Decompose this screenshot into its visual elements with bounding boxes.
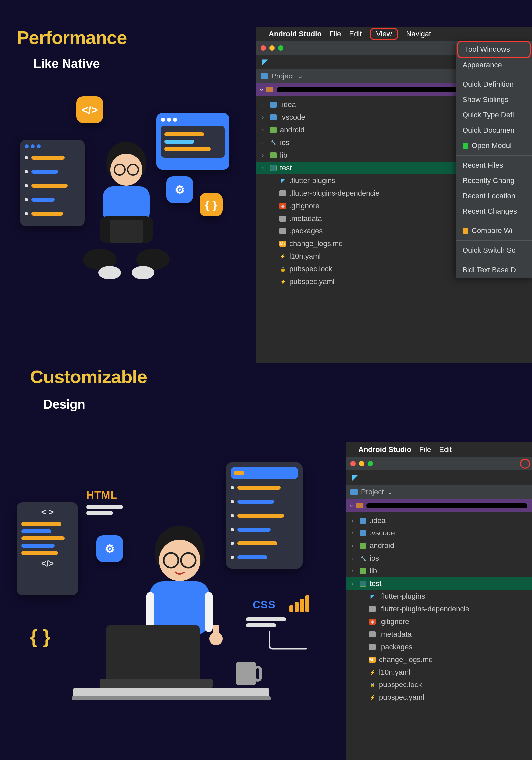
chevron-right-icon: › xyxy=(262,140,267,146)
window-titlebar xyxy=(346,457,532,470)
view-dropdown-menu: Tool WindowsAppearanceQuick DefinitionSh… xyxy=(456,41,532,278)
project-tool-header[interactable]: Project ⌄ xyxy=(346,485,532,499)
menu-item[interactable]: Recently Chang xyxy=(456,173,532,188)
braces-icon: { } xyxy=(30,625,50,648)
tree-item[interactable]: ›lib xyxy=(346,565,532,577)
svg-rect-23 xyxy=(213,625,219,639)
menubar-edit[interactable]: Edit xyxy=(439,445,452,454)
close-window-icon xyxy=(261,45,266,51)
tree-item-label: android xyxy=(280,126,304,134)
window-controls[interactable] xyxy=(261,45,283,51)
project-root-row[interactable]: › xyxy=(346,499,532,512)
green-square-icon xyxy=(463,143,468,149)
close-window-icon xyxy=(350,461,356,466)
tree-item-label: .gitignore xyxy=(379,617,409,626)
tree-item-label: .idea xyxy=(280,100,296,109)
tree-item[interactable]: ›.vscode xyxy=(346,527,532,539)
menubar-file[interactable]: File xyxy=(419,445,431,454)
tree-item[interactable]: .metadata xyxy=(346,628,532,641)
svg-rect-25 xyxy=(100,679,213,688)
menu-item-label: Compare Wi xyxy=(472,227,512,235)
folder-blue-icon xyxy=(360,518,366,524)
app-name: Android Studio xyxy=(269,30,322,38)
minimize-window-icon xyxy=(359,461,364,466)
tree-item[interactable]: ›🔧ios xyxy=(346,552,532,565)
svg-rect-11 xyxy=(289,605,293,612)
project-label: Project xyxy=(361,488,384,496)
maximize-window-icon xyxy=(278,45,283,51)
tree-item[interactable]: .packages xyxy=(346,641,532,653)
menu-item[interactable]: Open Modul xyxy=(456,138,532,153)
tree-item-label: pubspec.yaml xyxy=(289,277,334,286)
svg-rect-26 xyxy=(236,662,256,685)
yaml-icon: ⚡ xyxy=(369,694,376,700)
tree-item-label: ios xyxy=(280,138,289,147)
chevron-right-icon: › xyxy=(352,518,356,524)
menu-item[interactable]: Tool Windows xyxy=(457,41,531,58)
coder-illustration-2: < > </> HTML ⚙ CSS { } xyxy=(13,459,339,732)
menubar-edit[interactable]: Edit xyxy=(349,30,362,38)
tree-item[interactable]: ›android xyxy=(346,539,532,552)
tree-item-label: .metadata xyxy=(379,630,412,639)
folder-blue-icon xyxy=(360,530,366,536)
menu-item-label: Tool Windows xyxy=(465,45,510,54)
svg-rect-6 xyxy=(110,220,143,243)
tree-item[interactable]: ◤.flutter-plugins xyxy=(346,590,532,603)
tree-item[interactable]: ›.idea xyxy=(346,514,532,527)
yaml-icon: ⚡ xyxy=(279,279,286,285)
file-icon xyxy=(369,644,376,650)
menu-item[interactable]: Recent Files xyxy=(456,158,532,173)
menu-item-label: Quick Documen xyxy=(463,126,515,135)
android-studio-window: Android Studio File Edit View Navigat ◤ … xyxy=(256,27,532,363)
menu-item[interactable]: Quick Definition xyxy=(456,77,532,92)
tree-item[interactable]: ◆.gitignore xyxy=(346,615,532,628)
tree-item[interactable]: ⚡l10n.yaml xyxy=(346,666,532,679)
file-icon xyxy=(279,190,286,196)
folder-green-icon xyxy=(270,127,277,133)
tree-item[interactable]: .flutter-plugins-dependencie xyxy=(346,603,532,615)
tree-item[interactable]: ›test xyxy=(346,577,532,590)
chevron-down-icon: › xyxy=(258,89,265,91)
tree-item[interactable]: M↓change_logs.md xyxy=(346,653,532,666)
menu-item[interactable]: Recent Location xyxy=(456,188,532,204)
menu-item[interactable]: Appearance xyxy=(456,57,532,73)
menu-item-label: Quick Definition xyxy=(463,80,514,89)
svg-rect-21 xyxy=(205,592,213,632)
chevron-down-icon: ⌄ xyxy=(297,72,303,80)
menu-item[interactable]: Quick Documen xyxy=(456,123,532,138)
git-icon: ◆ xyxy=(279,203,286,209)
menu-item[interactable]: Quick Type Defi xyxy=(456,107,532,123)
tree-item-label: ios xyxy=(370,554,379,563)
tree-item-label: .vscode xyxy=(280,113,305,122)
svg-rect-24 xyxy=(106,625,200,682)
window-controls[interactable] xyxy=(350,461,373,466)
svg-rect-12 xyxy=(295,602,299,612)
project-label: Project xyxy=(271,72,294,80)
svg-rect-29 xyxy=(72,696,271,700)
menubar-file[interactable]: File xyxy=(330,30,341,38)
tree-item-label: test xyxy=(280,164,292,172)
folder-blue-icon xyxy=(270,102,277,108)
tree-item-label: .flutter-plugins-dependencie xyxy=(379,605,469,613)
menu-item[interactable]: Compare Wi xyxy=(456,223,532,238)
lock-icon: 🔒 xyxy=(369,682,376,688)
wrench-icon: 🔧 xyxy=(270,140,277,146)
menu-separator xyxy=(456,221,532,221)
wrench-icon: 🔧 xyxy=(360,555,366,561)
tree-item[interactable]: ⚡pubspec.yaml xyxy=(346,691,532,704)
flutter-icon: ◤ xyxy=(352,473,358,482)
svg-point-10 xyxy=(132,266,154,279)
tree-item[interactable]: 🔒pubspec.lock xyxy=(346,679,532,691)
menu-item[interactable]: Show Siblings xyxy=(456,92,532,107)
tree-item-label: pubspec.yaml xyxy=(379,693,424,702)
programmer-figure xyxy=(80,133,173,286)
tree-item-label: pubspec.lock xyxy=(379,681,422,689)
menu-item[interactable]: Bidi Text Base D xyxy=(456,262,532,278)
folder-teal-icon xyxy=(270,165,277,171)
code-icon: </> xyxy=(76,96,103,123)
menu-item[interactable]: Recent Changes xyxy=(456,204,532,219)
menubar-view[interactable]: View xyxy=(370,28,398,40)
menu-item[interactable]: Quick Switch Sc xyxy=(456,243,532,258)
menubar-navigate[interactable]: Navigat xyxy=(406,30,431,38)
md-icon: M↓ xyxy=(369,657,376,663)
